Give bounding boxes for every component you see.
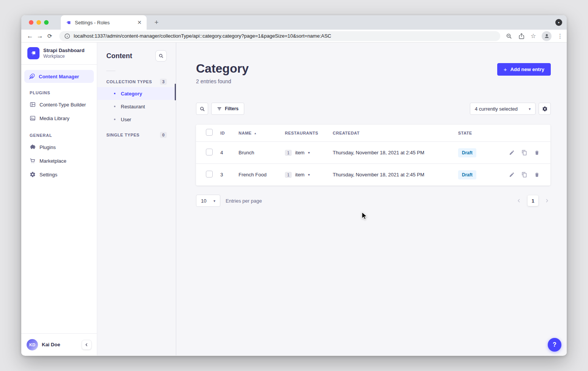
cell-createdat: Thursday, November 18, 2021 at 2:45 PM bbox=[333, 150, 458, 155]
back-icon[interactable]: ← bbox=[25, 32, 35, 40]
tab-close-icon[interactable]: ✕ bbox=[136, 19, 143, 25]
duplicate-icon[interactable] bbox=[522, 150, 527, 155]
close-window-button[interactable] bbox=[29, 20, 33, 25]
puzzle-icon bbox=[30, 144, 36, 150]
info-icon[interactable] bbox=[64, 33, 71, 40]
page-size-value: 10 bbox=[201, 198, 206, 204]
subnav-item-label: Category bbox=[121, 91, 142, 97]
cell-restaurants[interactable]: 1 item ▾ bbox=[285, 172, 333, 178]
cell-id: 4 bbox=[220, 150, 239, 155]
cell-restaurants[interactable]: 1 item ▾ bbox=[285, 150, 333, 156]
user-name: Kai Doe bbox=[42, 342, 60, 347]
chevron-right-icon bbox=[544, 198, 550, 203]
table-row[interactable]: 3 French Food 1 item ▾ Thursday, Novembe… bbox=[196, 163, 550, 186]
sidebar-item-content-manager[interactable]: Content Manager bbox=[24, 70, 94, 83]
minimize-window-button[interactable] bbox=[36, 20, 41, 25]
previous-page-button[interactable] bbox=[515, 197, 522, 204]
user-avatar[interactable]: KD bbox=[27, 339, 38, 350]
row-actions bbox=[501, 150, 550, 155]
column-header-name[interactable]: NAME▲ bbox=[239, 131, 285, 135]
brand-block[interactable]: Strapi Dashboard Workplace bbox=[21, 43, 97, 65]
sidebar-item-label: Content Manager bbox=[39, 74, 79, 79]
collection-types-count-badge: 3 bbox=[160, 79, 167, 85]
column-header-restaurants[interactable]: RESTAURANTS bbox=[285, 131, 333, 135]
url-text: localhost:1337/admin/content-manager/col… bbox=[74, 33, 331, 39]
tab-search-icon[interactable]: ▼ bbox=[555, 19, 562, 26]
cell-createdat: Thursday, November 18, 2021 at 2:45 PM bbox=[333, 172, 458, 178]
address-bar[interactable]: localhost:1337/admin/content-manager/col… bbox=[59, 31, 500, 41]
row-actions bbox=[501, 172, 550, 178]
forward-icon[interactable]: → bbox=[35, 32, 45, 40]
chevron-down-icon: ▾ bbox=[529, 107, 531, 111]
row-checkbox[interactable] bbox=[206, 149, 213, 155]
profile-avatar-icon[interactable] bbox=[542, 31, 552, 41]
share-icon[interactable] bbox=[518, 33, 525, 40]
sidebar-item-marketplace[interactable]: Marketplace bbox=[24, 154, 94, 167]
chevron-down-icon[interactable]: ▾ bbox=[308, 151, 310, 155]
image-icon bbox=[30, 115, 36, 121]
column-header-id[interactable]: ID bbox=[220, 131, 239, 135]
zoom-out-icon[interactable] bbox=[506, 33, 512, 40]
fields-selected-dropdown[interactable]: 4 currently selected ▾ bbox=[470, 103, 536, 115]
trash-icon[interactable] bbox=[534, 172, 540, 178]
trash-icon[interactable] bbox=[534, 150, 540, 155]
collapse-sidebar-button[interactable] bbox=[82, 340, 92, 350]
sidebar-item-settings[interactable]: Settings bbox=[24, 168, 94, 181]
sidebar-item-content-type-builder[interactable]: Content-Type Builder bbox=[24, 98, 94, 111]
fields-selected-value: 4 currently selected bbox=[475, 106, 518, 112]
sidebar-footer: KD Kai Doe bbox=[21, 333, 97, 355]
bullet-icon bbox=[114, 119, 115, 120]
table-header-row: ID NAME▲ RESTAURANTS CREATEDAT STATE bbox=[196, 125, 550, 141]
row-checkbox[interactable] bbox=[206, 171, 213, 178]
brand-subtitle: Workplace bbox=[43, 54, 84, 59]
cell-id: 3 bbox=[220, 172, 239, 178]
pagination: 10 ▾ Entries per page 1 bbox=[196, 195, 550, 207]
add-new-entry-button[interactable]: + Add new entry bbox=[497, 63, 551, 76]
bookmark-star-icon[interactable]: ☆ bbox=[531, 32, 536, 40]
sidebar-item-label: Media Library bbox=[40, 116, 70, 121]
browser-window: Settings - Roles ✕ + ▼ ← → ⟳ localhost:1… bbox=[21, 15, 567, 356]
entries-count: 2 entries found bbox=[196, 78, 249, 84]
restaurants-unit: item bbox=[295, 150, 305, 155]
sidebar-item-plugins[interactable]: Plugins bbox=[24, 141, 94, 154]
edit-pencil-icon[interactable] bbox=[509, 150, 515, 155]
browser-tab[interactable]: Settings - Roles ✕ bbox=[61, 15, 147, 30]
next-page-button[interactable] bbox=[544, 197, 550, 204]
select-all-checkbox[interactable] bbox=[206, 129, 213, 136]
table-row[interactable]: 4 Brunch 1 item ▾ Thursday, November 18,… bbox=[196, 141, 550, 163]
page-size-dropdown[interactable]: 10 ▾ bbox=[196, 195, 220, 207]
help-button[interactable]: ? bbox=[548, 338, 561, 352]
scrollbar-thumb[interactable] bbox=[175, 84, 176, 100]
add-new-entry-label: Add new entry bbox=[510, 67, 544, 72]
sidebar-item-label: Content-Type Builder bbox=[40, 102, 86, 108]
subnav-item-user[interactable]: User bbox=[97, 113, 176, 126]
filters-button[interactable]: Filters bbox=[211, 103, 244, 115]
reload-icon[interactable]: ⟳ bbox=[45, 33, 55, 40]
subnav-search-button[interactable] bbox=[155, 50, 167, 62]
chevron-left-icon bbox=[516, 198, 522, 203]
sidebar-item-label: Plugins bbox=[40, 144, 56, 150]
subnav-item-restaurant[interactable]: Restaurant bbox=[97, 100, 176, 113]
duplicate-icon[interactable] bbox=[522, 172, 527, 178]
current-page-indicator[interactable]: 1 bbox=[528, 195, 538, 206]
sidebar-section-plugins: PLUGINS bbox=[30, 90, 97, 95]
browser-menu-icon[interactable]: ⋮ bbox=[557, 33, 563, 40]
restaurants-unit: item bbox=[295, 172, 305, 178]
chevron-down-icon[interactable]: ▾ bbox=[308, 173, 310, 177]
edit-pencil-icon[interactable] bbox=[509, 172, 515, 178]
table-search-button[interactable] bbox=[196, 103, 208, 115]
sidebar-item-media-library[interactable]: Media Library bbox=[24, 112, 94, 125]
restaurants-count-badge: 1 bbox=[285, 172, 292, 178]
sidebar-section-general: GENERAL bbox=[30, 133, 97, 138]
cart-icon bbox=[30, 158, 36, 164]
column-header-state[interactable]: STATE bbox=[458, 131, 501, 135]
layout-icon bbox=[30, 101, 36, 108]
browser-toolbar: ← → ⟳ localhost:1337/admin/content-manag… bbox=[21, 30, 567, 43]
divider bbox=[106, 71, 115, 71]
zoom-window-button[interactable] bbox=[44, 20, 49, 25]
column-header-createdat[interactable]: CREATEDAT bbox=[333, 131, 458, 135]
view-settings-button[interactable] bbox=[539, 103, 551, 115]
subnav-item-category[interactable]: Category bbox=[97, 87, 176, 100]
sidebar-item-label: Marketplace bbox=[40, 158, 66, 164]
new-tab-button[interactable]: + bbox=[152, 18, 161, 27]
